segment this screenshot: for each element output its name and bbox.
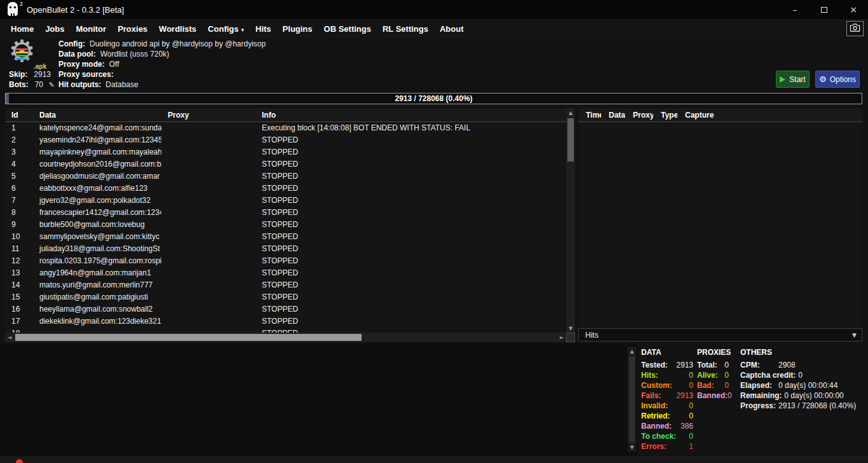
cell-data: courtneydjohson2016@gmail.com:b (33, 158, 161, 170)
menu-item-wordlists[interactable]: Wordlists (153, 21, 202, 37)
stat-value: 2908 (778, 361, 796, 370)
vertical-scroll-thumb[interactable] (567, 118, 574, 162)
stat-value: 0 (728, 390, 732, 401)
horizontal-scroll-thumb[interactable] (15, 334, 362, 341)
scroll-left-icon[interactable]: ◄ (5, 333, 14, 342)
table-row[interactable]: 12rospita.0203.1975@gmail.com:rospiSTOPP… (5, 255, 566, 267)
maximize-button[interactable] (810, 0, 839, 19)
table-row[interactable]: 18STOPPED (5, 328, 566, 333)
stat-label: Progress: (740, 401, 776, 411)
menu-item-about[interactable]: About (434, 21, 470, 37)
cell-proxy (161, 170, 255, 183)
config-icon-bars (16, 48, 28, 60)
close-button[interactable]: × (839, 0, 868, 19)
table-row[interactable]: 14matos.yuri@gmail.com:merlin777STOPPED (5, 279, 566, 291)
cell-data: mayapinkney@gmail.com:mayaleah (33, 146, 161, 158)
table-row[interactable]: 3mayapinkney@gmail.com:mayaleahSTOPPED (5, 146, 566, 158)
log-scrollbar[interactable]: ▲ ▼ (628, 347, 636, 452)
chevron-down-icon: ▾ (241, 27, 245, 33)
table-row[interactable]: 9burble500@gmail.com:lovebugSTOPPED (5, 219, 566, 231)
options-button[interactable]: ⚙ Options (815, 71, 860, 88)
cell-proxy (161, 243, 255, 255)
menu-item-hits[interactable]: Hits (250, 21, 277, 37)
table-row[interactable]: 1katelynspence24@gmail.com:sundaExecutin… (5, 122, 566, 134)
minimize-button[interactable]: – (780, 0, 810, 19)
scroll-up-icon[interactable]: ▲ (628, 347, 636, 356)
cell-info: STOPPED (255, 183, 566, 195)
table-row[interactable]: 17diekeklink@gmail.com:123dieke321STOPPE… (5, 315, 566, 328)
stats-title-proxies: PROXIES (697, 348, 729, 357)
column-header-id[interactable]: Id (5, 108, 33, 121)
table-row[interactable]: 8francescapier1412@gmail.com:1234STOPPED (5, 207, 566, 219)
table-row[interactable]: 6eabbottxxx@gmail.com:alfie123STOPPED (5, 183, 566, 195)
cell-data (33, 328, 161, 333)
column-header-capture[interactable]: Capture (677, 108, 862, 121)
job-field-data-pool-: Data pool:Wordlist (usss 720k) (58, 50, 169, 60)
start-button[interactable]: Start (776, 71, 810, 88)
close-icon: × (850, 4, 857, 15)
cell-id: 6 (5, 183, 33, 195)
menu-item-configs[interactable]: Configs▾ (202, 21, 250, 37)
cell-data: jgvero32@gmail.com:polkadot32 (33, 195, 161, 207)
cell-info: STOPPED (255, 255, 566, 267)
cell-info: STOPPED (255, 315, 566, 328)
scroll-right-icon[interactable]: ► (557, 333, 566, 342)
edit-pencil-icon[interactable]: ✎ (48, 81, 54, 89)
cell-proxy (161, 328, 255, 333)
stat-label: Banned: (697, 390, 728, 401)
cell-info: STOPPED (255, 195, 566, 207)
column-header-time[interactable]: Time (578, 108, 601, 121)
table-row[interactable]: 16heeyllama@gmail.com:snowball2STOPPED (5, 303, 566, 315)
stat-custom: Custom:0 (641, 380, 693, 390)
scroll-down-icon[interactable]: ▼ (566, 324, 575, 333)
menu-item-proxies[interactable]: Proxies (112, 21, 153, 37)
results-panel: IdDataProxyInfo 1katelynspence24@gmail.c… (5, 108, 575, 342)
menu-item-jobs[interactable]: Jobs (39, 21, 70, 37)
table-row[interactable]: 5djeliasgoodmusic@gmail.com:amarSTOPPED (5, 170, 566, 183)
stat-value: 0 (689, 401, 693, 411)
stat-label: Hits: (641, 370, 658, 380)
stat-tocheck: To check:0 (641, 431, 693, 441)
column-header-proxy[interactable]: Proxy (625, 108, 653, 121)
cell-proxy (161, 207, 255, 219)
cell-proxy (161, 146, 255, 158)
menu-item-monitor[interactable]: Monitor (70, 21, 112, 37)
table-row[interactable]: 15giustipatis@gmail.com:patigiustiSTOPPE… (5, 291, 566, 303)
cell-id: 15 (5, 291, 33, 303)
stat-bad: Bad:0 (697, 380, 729, 390)
bots-label: Bots: (9, 80, 29, 89)
scroll-up-icon[interactable]: ▲ (566, 108, 575, 117)
table-row[interactable]: 13angy1964n@gmail.com:marijan1STOPPED (5, 267, 566, 279)
job-field-value: Duolingo android api by @hardyisop by @h… (90, 39, 266, 48)
results-header: IdDataProxyInfo (5, 108, 566, 122)
column-header-info[interactable]: Info (255, 108, 566, 121)
skip-field: Skip:2913 (9, 70, 51, 80)
hits-filter-dropdown[interactable]: Hits ▼ (578, 328, 862, 342)
menu-item-ob-settings[interactable]: OB Settings (318, 21, 377, 37)
stat-fails: Fails:2913 (641, 390, 693, 401)
results-table: IdDataProxyInfo 1katelynspence24@gmail.c… (5, 108, 566, 333)
stat-progress: Progress:2913 / 728068 (0.40%) (740, 401, 867, 411)
results-horizontal-scrollbar[interactable]: ◄ ► (5, 333, 566, 342)
screenshot-button[interactable] (846, 21, 864, 36)
column-header-proxy[interactable]: Proxy (161, 108, 255, 121)
column-header-type[interactable]: Type (653, 108, 677, 121)
log-scroll-thumb[interactable] (629, 356, 635, 442)
stats-col-proxies: PROXIESTotal:0Alive:0Bad:0Banned:0 (697, 348, 729, 401)
column-header-data[interactable]: Data (601, 108, 625, 121)
table-row[interactable]: 2yasemindn247ihl@gmail.com:12345STOPPED (5, 134, 566, 146)
table-row[interactable]: 7jgvero32@gmail.com:polkadot32STOPPED (5, 195, 566, 207)
bots-field: Bots:70 ✎ (9, 80, 55, 90)
cell-id: 7 (5, 195, 33, 207)
logo-superscript: 2 (20, 1, 23, 7)
table-row[interactable]: 4courtneydjohson2016@gmail.com:bSTOPPED (5, 158, 566, 170)
cell-id: 12 (5, 255, 33, 267)
table-row[interactable]: 11juliaday318@gmail.com:ShootingStSTOPPE… (5, 243, 566, 255)
menu-item-rl-settings[interactable]: RL Settings (377, 21, 434, 37)
menu-item-plugins[interactable]: Plugins (277, 21, 318, 37)
cell-id: 14 (5, 279, 33, 291)
table-row[interactable]: 10sammylipovetsky@gmail.com:kittycSTOPPE… (5, 231, 566, 243)
column-header-data[interactable]: Data (33, 108, 161, 121)
results-vertical-scrollbar[interactable]: ▲ ▼ (566, 108, 575, 333)
scroll-down-icon[interactable]: ▼ (628, 443, 636, 452)
